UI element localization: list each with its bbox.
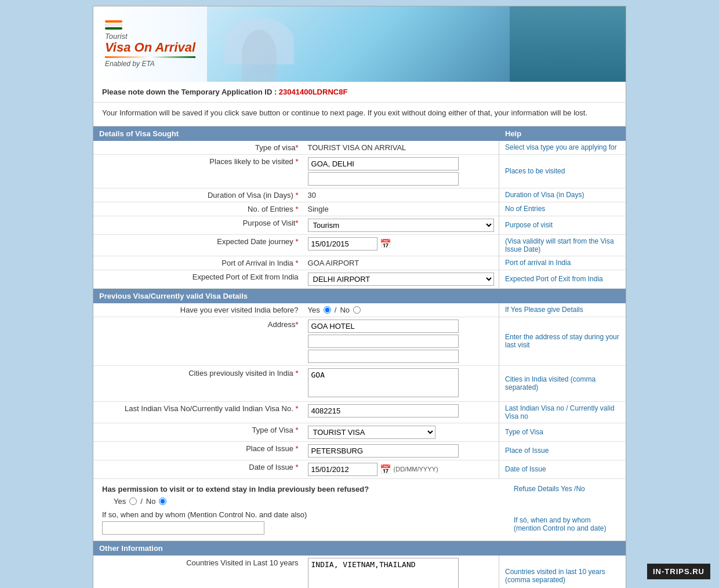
visited-help: If Yes Please give Details: [499, 303, 626, 317]
purpose-label: Purpose of Visit: [243, 219, 296, 227]
address-label: Address: [268, 320, 296, 329]
visited-yes-radio[interactable]: [324, 306, 331, 314]
header-banner: Tourist Visa On Arrival Enabled by ETA: [93, 6, 626, 82]
refused-help: Refuse Details Yes /No: [514, 485, 617, 493]
expected-exit-label: Expected Port of Exit from India: [193, 273, 299, 281]
port-arrival-label: Port of Arrival in India: [221, 259, 293, 267]
type-visa-value: TOURIST VISA ON ARRIVAL: [308, 143, 406, 152]
logo-visa-on-arrival: Visa On Arrival: [105, 41, 195, 55]
place-issue-input[interactable]: [308, 444, 459, 458]
logo-eta: Enabled by ETA: [105, 60, 195, 68]
date-issue-input[interactable]: [308, 463, 377, 476]
expected-date-label: Expected Date journey: [217, 237, 293, 246]
refused-yes-radio[interactable]: [129, 498, 137, 505]
visa-no-label: Last Indian Visa No/Currently valid Indi…: [125, 404, 293, 413]
date-issue-help: Date of Issue: [499, 460, 626, 478]
countries-label: Countries Visited in Last 10 years: [186, 558, 298, 567]
refused-details-label: If so, when and by whom (Mention Control…: [102, 510, 307, 519]
expected-date-help: (Visa validity will start from the Visa …: [499, 235, 626, 256]
help-header: Help: [499, 126, 626, 141]
places-help: Places to be visited: [499, 155, 626, 188]
duration-value: 30: [308, 191, 316, 199]
temp-id-label: Please note down the Temporary Applicati…: [102, 88, 277, 96]
date-format-label: (DD/MM/YYYY): [394, 466, 438, 473]
header-image-area: [207, 6, 626, 82]
calendar-icon[interactable]: 📅: [380, 238, 391, 249]
address-help: Enter the address of stay during your la…: [499, 317, 626, 365]
visa-details-header: Details of Visa Sought: [93, 126, 499, 141]
refused-no-radio[interactable]: [159, 498, 166, 505]
expected-exit-select[interactable]: DELHI AIRPORT MUMBAI AIRPORT CHENNAI AIR…: [308, 273, 494, 286]
cities-help: Cities in India visited (comma separated…: [499, 366, 626, 401]
purpose-help: Purpose of visit: [499, 216, 626, 234]
refused-question: Has permission to visit or to extend sta…: [102, 485, 508, 493]
type-visa-prev-help: Type of Visa: [499, 423, 626, 441]
type-visa-prev-select[interactable]: TOURIST VISA BUSINESS VISA MEDICAL VISA: [308, 426, 435, 439]
watermark: IN-TRIPS.RU: [647, 564, 710, 579]
other-info-header: Other Information: [93, 541, 626, 556]
address-line2-input[interactable]: [308, 335, 459, 348]
countries-help: Countries visited in last 10 years (comm…: [499, 556, 626, 589]
place-issue-label: Place of Issue: [246, 444, 293, 453]
places-label: Places likely to be visited: [209, 157, 293, 166]
entries-help: No of Entries: [499, 202, 626, 216]
refused-no-label: No: [146, 497, 156, 506]
purpose-select[interactable]: Tourism Business Medical Conference: [308, 219, 494, 232]
countries-textarea[interactable]: INDIA, VIETNAM,THAILAND: [308, 558, 459, 589]
date-issue-label: Date of Issue: [249, 463, 293, 471]
entries-label: No. of Entries: [248, 205, 293, 213]
places-input[interactable]: [308, 157, 459, 170]
cities-label: Cities previously visited in India: [188, 369, 293, 378]
cities-textarea[interactable]: GOA: [308, 368, 459, 397]
info-text: Your Information will be saved if you cl…: [93, 103, 626, 126]
type-visa-help: Select visa type you are applying for: [499, 141, 626, 154]
refused-details-input[interactable]: [102, 521, 264, 535]
refused-yes-label: Yes: [114, 497, 126, 506]
port-arrival-help: Port of arrival in India: [499, 256, 626, 270]
date-issue-calendar-icon[interactable]: 📅: [380, 464, 391, 475]
address-line1-input[interactable]: [308, 320, 459, 333]
visited-no-radio[interactable]: [353, 306, 361, 314]
visa-no-help: Last Indian Visa no / Currently valid Vi…: [499, 402, 626, 423]
logo-tourist: Tourist: [105, 32, 195, 41]
refused-details-help: If só, when and by whom (mention Control…: [514, 516, 617, 532]
type-visa-prev-label: Type of Visa: [252, 426, 293, 434]
expected-date-input[interactable]: [308, 237, 377, 251]
type-visa-label: Type of visa: [255, 143, 295, 152]
place-issue-help: Place of Issue: [499, 442, 626, 460]
port-arrival-value: GOA AIRPORT: [308, 259, 360, 267]
duration-label: Duration of Visa (in Days): [208, 191, 293, 199]
previous-visa-header: Previous Visa/Currently valid Visa Detai…: [93, 289, 626, 303]
application-id: 23041400LDRNC8F: [279, 88, 348, 96]
expected-exit-help: Expected Port of Exit from India: [499, 270, 626, 288]
entries-value: Single: [308, 205, 329, 213]
temp-id-bar: Please note down the Temporary Applicati…: [93, 82, 626, 103]
visited-yes-label: Yes: [308, 306, 320, 314]
logo-block: Tourist Visa On Arrival Enabled by ETA: [93, 14, 207, 74]
address-line3-input[interactable]: [308, 350, 459, 363]
places-input2[interactable]: [308, 172, 459, 186]
visited-no-label: No: [340, 306, 350, 314]
duration-help: Duration of Visa (in Days): [499, 188, 626, 202]
visited-before-label: Have you ever visited India before?: [180, 306, 299, 314]
visa-no-input[interactable]: [308, 404, 459, 418]
